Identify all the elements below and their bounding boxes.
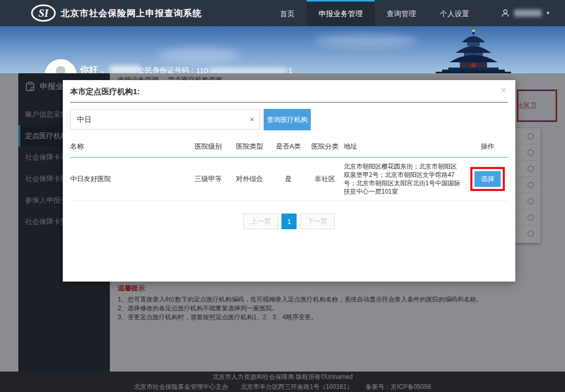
close-icon[interactable]: × (501, 84, 507, 95)
cell-category: 非社区 (306, 158, 344, 201)
footer-line1: 北京市人力资源和社会保障局 版权所有©Unnamed (212, 373, 353, 382)
medical-institution-modal: × 本市定点医疗机构1: × 查询医疗机构 名称 医院级别 医院类型 是否A类 … (63, 80, 515, 282)
nav-tab-home[interactable]: 首页 (268, 0, 307, 26)
greeting-text: 你好， (80, 64, 107, 73)
svg-text:SI: SI (39, 7, 49, 19)
col-header-name: 名称 (70, 137, 188, 158)
hospital-table: 名称 医院级别 医院类型 是否A类 医院分类 地址 操作 中日友好医院 三级甲等… (70, 137, 508, 201)
user-menu[interactable]: ▼ (501, 0, 550, 26)
citizen-id-redacted (209, 68, 287, 74)
cloud-decoration (157, 47, 241, 63)
user-banner: 你好， 公民身份证号码： 110 1 医保 (0, 26, 565, 73)
col-header-type: 医院类型 (229, 137, 270, 158)
current-page-button[interactable]: 1 (281, 214, 297, 229)
prev-page-button[interactable]: 上一页 (243, 214, 278, 229)
citizen-name-redacted (110, 65, 140, 73)
cell-aclass: 是 (270, 158, 306, 201)
modal-title-divider (70, 102, 508, 103)
footer: 北京市人力资源和社会保障局 版权所有©Unnamed 北京市社会保险基金管理中心… (0, 372, 565, 392)
top-navbar: SI 北京市社会保险网上申报查询系统 首页 申报业务管理 查询管理 个人设置 ▼ (0, 0, 565, 26)
avatar (44, 59, 77, 73)
cloud-decoration (314, 34, 419, 48)
citizen-id-label: 公民身份证号码： (138, 66, 196, 73)
table-row: 中日友好医院 三级甲等 对外综合 是 非社区 北京市朝阳区樱花园东街；北京市朝阳… (70, 158, 508, 201)
nav-tab-query[interactable]: 查询管理 (375, 0, 428, 26)
action-annotation-box: 选择 (470, 167, 505, 191)
next-page-button[interactable]: 下一页 (300, 214, 335, 229)
search-hospital-button[interactable]: 查询医疗机构 (264, 109, 311, 130)
citizen-id-prefix: 110 (196, 66, 208, 73)
cell-type: 对外综合 (229, 158, 270, 201)
col-header-level: 医院级别 (188, 137, 229, 158)
select-button[interactable]: 选择 (474, 171, 501, 187)
user-name-redacted (514, 9, 541, 17)
nav-tab-declare[interactable]: 申报业务管理 (307, 0, 375, 26)
cell-hospital-name: 中日友好医院 (70, 158, 188, 201)
cell-level: 三级甲等 (188, 158, 229, 201)
cell-address: 北京市朝阳区樱花园东街；北京市朝阳区双泉堡甲2号；北京市朝阳区文学馆路47号；北… (344, 158, 467, 201)
clear-icon[interactable]: × (250, 115, 254, 124)
app-logo: SI 北京市社会保险网上申报查询系统 (30, 4, 202, 23)
nav-tab-settings[interactable]: 个人设置 (428, 0, 481, 26)
main-nav: 首页 申报业务管理 查询管理 个人设置 (268, 0, 481, 26)
col-header-category: 医院分类 (306, 137, 344, 158)
pagination: 上一页 1 下一页 (70, 214, 508, 229)
si-logo-icon: SI (30, 4, 56, 23)
hospital-search-input[interactable] (70, 109, 259, 130)
temple-illustration (427, 28, 519, 73)
user-icon (501, 8, 510, 18)
footer-line2: 北京市社会保险基金管理中心主办 北京市丰台区西三环南路1号（100161） 备案… (134, 383, 431, 391)
citizen-id-row: 公民身份证号码： 110 1 (138, 66, 292, 73)
app-title: 北京市社会保险网上申报查询系统 (61, 7, 202, 19)
col-header-address: 地址 (344, 137, 467, 158)
col-header-action: 操作 (467, 137, 508, 158)
col-header-aclass: 是否A类 (270, 137, 306, 158)
chevron-down-icon: ▼ (546, 10, 550, 16)
modal-title: 本市定点医疗机构1: (70, 87, 508, 97)
table-header-row: 名称 医院级别 医院类型 是否A类 医院分类 地址 操作 (70, 137, 508, 158)
citizen-id-suffix: 1 (288, 66, 292, 73)
